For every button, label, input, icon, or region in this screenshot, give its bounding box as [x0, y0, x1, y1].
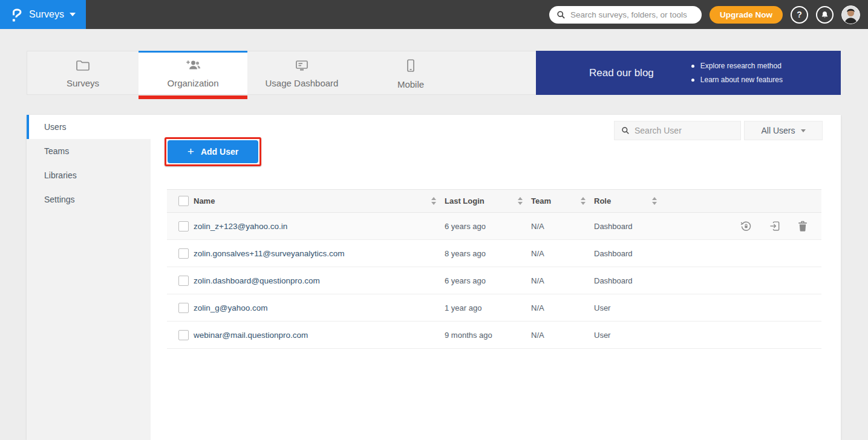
topbar-actions: Upgrade Now ? [549, 5, 868, 24]
login-as-user-icon[interactable] [769, 220, 781, 232]
row-checkbox[interactable] [178, 221, 189, 231]
blog-banner-title: Read our blog [589, 67, 654, 79]
role-cell: User [594, 303, 665, 312]
chevron-down-icon [801, 129, 806, 132]
bell-icon [820, 10, 829, 19]
sidebar-item-label: Teams [44, 146, 69, 156]
upgrade-now-button[interactable]: Upgrade Now [710, 6, 783, 24]
last-login-cell: 6 years ago [445, 222, 531, 231]
column-header-role: Role [594, 196, 611, 205]
tab-mobile[interactable]: Mobile [356, 51, 465, 94]
blog-banner-bullets: Explore research method Learn about new … [691, 62, 783, 84]
search-icon [556, 10, 566, 19]
delete-icon[interactable] [797, 220, 808, 232]
plus-icon: + [188, 146, 194, 157]
user-email-link[interactable]: webinar@mail.questionpro.com [194, 331, 308, 340]
search-icon [621, 126, 630, 135]
sidebar-item-label: Settings [44, 195, 75, 204]
role-cell: Dashboard [594, 249, 665, 258]
users-table-header: Name Last Login Team [167, 189, 821, 213]
sidebar-item-label: Users [44, 122, 67, 132]
row-checkbox[interactable] [178, 303, 189, 313]
role-cell: Dashboard [594, 276, 665, 285]
table-row: webinar@mail.questionpro.com 9 months ag… [167, 322, 821, 349]
user-filter-label: All Users [761, 126, 795, 135]
team-cell: N/A [531, 276, 594, 285]
global-search[interactable] [549, 6, 702, 24]
organization-panel: Users Teams Libraries Settings All Users [27, 115, 841, 440]
dashboard-screen-icon [295, 59, 309, 73]
add-user-button[interactable]: + Add User [168, 140, 258, 163]
user-email-link[interactable]: zolin_z+123@yahoo.co.in [194, 222, 287, 231]
column-header-name: Name [194, 196, 215, 205]
users-table: Name Last Login Team [167, 189, 821, 349]
question-mark-icon: ? [797, 10, 802, 19]
table-row: zolin_g@yahoo.com 1 year ago N/A User [167, 294, 821, 322]
questionpro-logo-icon [10, 7, 24, 23]
team-cell: N/A [531, 222, 594, 231]
reset-password-icon[interactable] [740, 220, 752, 233]
last-login-cell: 8 years ago [445, 249, 531, 258]
row-checkbox[interactable] [178, 276, 189, 286]
team-cell: N/A [531, 303, 594, 312]
last-login-cell: 1 year ago [445, 303, 531, 312]
user-email-link[interactable]: zolin.gonsalves+11@surveyanalytics.com [194, 249, 344, 258]
sort-icon[interactable] [518, 197, 523, 205]
chevron-down-icon [70, 13, 76, 16]
user-email-link[interactable]: zolin_g@yahoo.com [194, 303, 268, 312]
table-row: zolin_z+123@yahoo.co.in 6 years ago N/A … [167, 213, 821, 240]
notifications-button[interactable] [816, 6, 834, 24]
product-menu-label: Surveys [29, 9, 64, 20]
role-cell: User [594, 331, 665, 340]
annotation-underline [139, 95, 247, 99]
table-row: zolin.dashboard@questionpro.com 6 years … [167, 267, 821, 294]
row-checkbox[interactable] [178, 330, 189, 340]
tab-organization[interactable]: Organization [139, 51, 247, 94]
table-row: zolin.gonsalves+11@surveyanalytics.com 8… [167, 240, 821, 267]
user-search-input[interactable] [635, 126, 734, 135]
role-cell: Dashboard [594, 222, 665, 231]
tab-label: Organization [167, 78, 218, 88]
tab-label: Surveys [67, 78, 99, 88]
user-filter-dropdown[interactable]: All Users [744, 121, 823, 140]
column-header-team: Team [531, 196, 551, 205]
sort-icon[interactable] [431, 197, 436, 205]
tab-usage-dashboard[interactable]: Usage Dashboard [247, 51, 356, 94]
help-button[interactable]: ? [791, 6, 808, 24]
blog-bullet: Explore research method [691, 62, 783, 70]
sort-icon[interactable] [581, 197, 586, 205]
people-add-icon [185, 59, 201, 73]
user-avatar[interactable] [841, 5, 860, 24]
last-login-cell: 6 years ago [445, 276, 531, 285]
folder-icon [76, 59, 90, 73]
blog-bullet: Learn about new features [691, 76, 783, 84]
sort-icon[interactable] [652, 197, 657, 205]
top-navigation-bar: Surveys Upgrade Now ? [0, 0, 868, 29]
row-checkbox[interactable] [178, 248, 189, 259]
select-all-checkbox[interactable] [178, 196, 189, 206]
sidebar-item-libraries[interactable]: Libraries [27, 163, 151, 187]
last-login-cell: 9 months ago [445, 331, 531, 340]
team-cell: N/A [531, 331, 594, 340]
user-email-link[interactable]: zolin.dashboard@questionpro.com [194, 276, 320, 285]
module-tab-bar: Surveys Organization [27, 51, 841, 95]
app-window: Surveys Upgrade Now ? [0, 0, 868, 440]
blog-banner[interactable]: Read our blog Explore research method Le… [536, 51, 841, 95]
team-cell: N/A [531, 249, 594, 258]
mobile-phone-icon [406, 59, 416, 74]
tab-surveys[interactable]: Surveys [27, 51, 139, 94]
organization-sidebar: Users Teams Libraries Settings [27, 115, 151, 440]
row-actions [665, 220, 821, 233]
sidebar-item-label: Libraries [44, 170, 77, 180]
sidebar-item-teams[interactable]: Teams [27, 139, 151, 163]
product-menu[interactable]: Surveys [0, 0, 86, 29]
column-header-last-login: Last Login [445, 196, 485, 205]
global-search-input[interactable] [570, 10, 694, 19]
tab-label: Usage Dashboard [266, 78, 339, 88]
tab-label: Mobile [397, 79, 424, 89]
add-user-label: Add User [201, 147, 238, 157]
annotation-highlight-box: + Add User [165, 137, 261, 166]
user-search[interactable] [614, 121, 741, 140]
sidebar-item-users[interactable]: Users [27, 115, 151, 139]
sidebar-item-settings[interactable]: Settings [27, 187, 151, 212]
